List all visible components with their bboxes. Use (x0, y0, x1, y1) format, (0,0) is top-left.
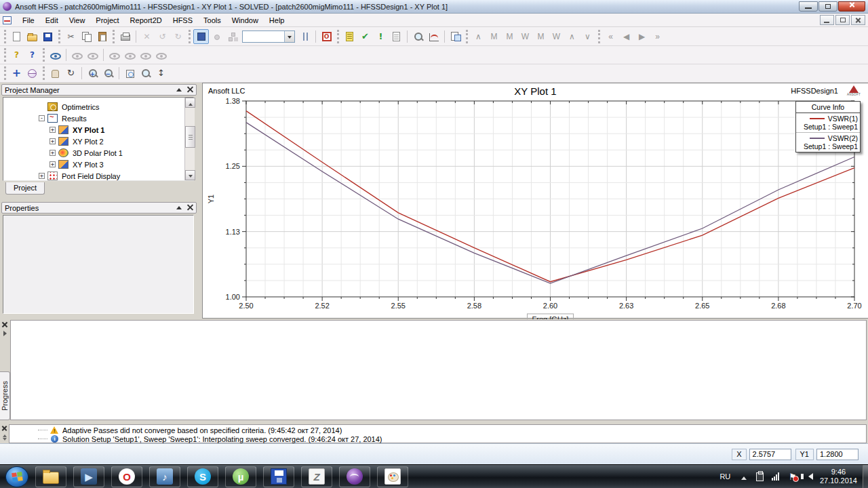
visibility-option-1-button[interactable] (106, 47, 122, 62)
fit-all-button[interactable] (122, 66, 138, 81)
message-row-info[interactable]: iSolution Setup 'Setup1', Sweep 'Sweep1'… (38, 434, 866, 443)
probe-button[interactable] (209, 29, 224, 44)
show-desktop-button[interactable] (863, 465, 868, 488)
menu-item-edit[interactable]: Edit (40, 14, 64, 26)
undo-button[interactable] (155, 29, 170, 44)
expand-toggle-icon[interactable]: + (50, 127, 56, 133)
tree-item-optimetrics[interactable]: Optimetrics (3, 101, 193, 113)
expand-toggle-icon[interactable]: + (39, 173, 45, 179)
collapse-panel-icon[interactable] (176, 203, 182, 209)
xy-plot-window[interactable]: Ansoft LLC XY Plot 1 HFSSDesign1 ANSOFT … (202, 83, 868, 319)
mdi-close-button[interactable] (851, 15, 865, 25)
expand-toggle-icon[interactable]: + (50, 161, 56, 167)
validation-check-button[interactable] (357, 29, 373, 44)
menu-item-view[interactable]: View (64, 14, 91, 26)
copy-image-button[interactable] (448, 29, 463, 44)
tree-item-3d-polar-plot-1[interactable]: +3D Polar Plot 1 (3, 147, 193, 159)
first-frame-button[interactable]: « (603, 29, 618, 44)
wave-w1-button[interactable]: W (517, 29, 533, 44)
solution-data-button[interactable] (389, 29, 404, 44)
scroll-up-icon[interactable] (185, 98, 195, 108)
language-indicator[interactable]: RU (719, 472, 730, 481)
tab-project[interactable]: Project (5, 182, 45, 195)
zoom-tool-button[interactable] (410, 29, 426, 44)
zoom-out-button[interactable]: − (100, 66, 116, 81)
distributed-analysis-button[interactable] (224, 29, 240, 44)
hide-selection-button[interactable] (69, 47, 85, 62)
tray-expand-icon[interactable] (741, 474, 747, 480)
orient-axis-button[interactable] (153, 66, 169, 81)
mdi-restore-button[interactable] (835, 15, 850, 25)
menu-item-file[interactable]: File (17, 14, 40, 26)
pin-progress-icon[interactable] (3, 331, 9, 336)
show-visibility-button[interactable] (47, 47, 63, 62)
close-button[interactable] (838, 1, 865, 12)
open-file-button[interactable] (24, 29, 40, 44)
copy-button[interactable] (79, 29, 94, 44)
menu-item-window[interactable]: Window (226, 14, 264, 26)
wave-m1-button[interactable]: M (486, 29, 502, 44)
properties-header[interactable]: Properties (1, 202, 197, 214)
taskbar-backup-tool[interactable] (263, 466, 294, 487)
tree-item-xy-plot-3[interactable]: +XY Plot 3 (3, 159, 193, 170)
plot-canvas[interactable]: 2.502.522.552.582.602.632.652.682.701.00… (203, 83, 868, 319)
menu-item-tools[interactable]: Tools (198, 14, 226, 26)
boolean-add-button[interactable] (9, 66, 24, 81)
taskbar-utorrent[interactable]: µ (225, 466, 256, 487)
clock[interactable]: 9:46 27.10.2014 (820, 468, 857, 485)
wave-down-button[interactable]: ∨ (580, 29, 595, 44)
wave-up-button[interactable]: ∧ (564, 29, 580, 44)
close-progress-icon[interactable] (2, 322, 8, 328)
wave-m3-button[interactable]: M (533, 29, 549, 44)
close-panel-icon[interactable] (187, 205, 193, 211)
clipboard-tray-icon[interactable] (756, 472, 764, 481)
taskbar-paint[interactable] (377, 466, 408, 487)
taskbar-audio-player[interactable]: ♪ (149, 466, 180, 487)
action-center-flag-icon[interactable]: ⚑ (789, 472, 797, 481)
visibility-option-2-button[interactable] (122, 47, 138, 62)
wave-fan-button[interactable]: ∧ (471, 29, 486, 44)
expand-toggle-icon[interactable]: + (50, 138, 56, 144)
combo-dropdown-arrow-icon[interactable] (284, 31, 294, 42)
close-panel-icon[interactable] (187, 87, 193, 93)
taskbar-opera-browser[interactable]: O (111, 466, 142, 487)
paste-button[interactable] (94, 29, 110, 44)
visibility-option-3-button[interactable] (138, 47, 153, 62)
analyze-all-button[interactable] (373, 29, 389, 44)
pan-button[interactable] (47, 66, 63, 81)
collapse-panel-icon[interactable] (176, 85, 182, 92)
expand-toggle-icon[interactable]: + (50, 150, 56, 156)
taskbar-media-player[interactable]: ▶ (73, 466, 104, 487)
sphere-view-button[interactable] (24, 66, 40, 81)
cut-button[interactable] (63, 29, 79, 44)
message-row-warning[interactable]: !Adaptive Passes did not converge based … (38, 426, 866, 434)
taskbar-windows-explorer[interactable] (35, 466, 66, 487)
show-selection-button[interactable] (85, 47, 100, 62)
wave-m2-button[interactable]: M (502, 29, 517, 44)
selection-combobox[interactable] (242, 30, 295, 43)
menu-item-report2d[interactable]: Report2D (125, 14, 167, 26)
scroll-messages-down-icon[interactable] (3, 438, 7, 443)
fit-selection-button[interactable] (138, 66, 153, 81)
edit-sources-button[interactable] (342, 29, 357, 44)
last-frame-button[interactable]: » (650, 29, 665, 44)
close-messages-icon[interactable] (2, 426, 7, 431)
visibility-option-4-button[interactable] (153, 47, 169, 62)
wave-w2-button[interactable]: W (549, 29, 564, 44)
start-button[interactable] (5, 466, 28, 487)
print-button[interactable] (117, 29, 133, 44)
create-report-button[interactable] (426, 29, 441, 44)
context-help-button[interactable] (24, 47, 40, 62)
collapse-toggle-icon[interactable]: - (39, 115, 45, 121)
taskbar-drawing-tool[interactable]: Z (301, 466, 332, 487)
save-button[interactable] (40, 29, 56, 44)
rotate-view-button[interactable] (63, 66, 79, 81)
taskbar-skype[interactable]: S (187, 466, 218, 487)
select-mode-button[interactable] (193, 29, 209, 44)
project-manager-header[interactable]: Project Manager (1, 84, 197, 96)
scrollbar-thumb[interactable] (185, 126, 195, 148)
tree-item-xy-plot-1[interactable]: +XY Plot 1 (3, 124, 193, 136)
menu-item-hfss[interactable]: HFSS (167, 14, 198, 26)
redo-button[interactable] (170, 29, 186, 44)
new-file-button[interactable] (9, 29, 24, 44)
